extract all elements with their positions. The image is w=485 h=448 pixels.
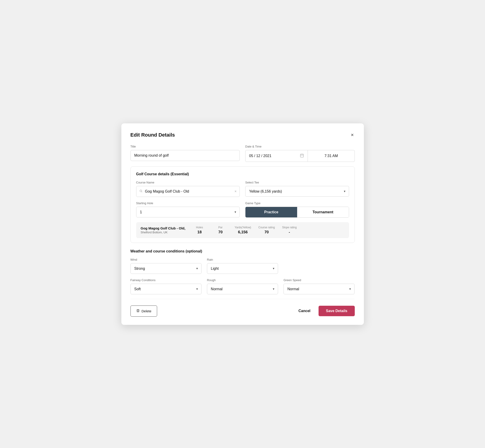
- rain-dropdown[interactable]: Light None Moderate Heavy: [207, 263, 278, 274]
- time-field[interactable]: 7:31 AM: [308, 150, 355, 162]
- slope-rating-label: Slope rating: [282, 226, 297, 229]
- wind-wrapper: Strong None Light Moderate ▾: [130, 263, 202, 274]
- svg-line-5: [141, 192, 142, 192]
- yards-value: 6,156: [234, 230, 251, 234]
- rough-label: Rough: [207, 278, 278, 282]
- golf-course-title: Golf Course details (Essential): [136, 172, 349, 176]
- yards-label: Yards(Yellow): [234, 226, 251, 229]
- course-rating-stat: Course rating 70: [259, 226, 275, 234]
- title-group: Title: [130, 145, 240, 162]
- time-value: 7:31 AM: [324, 154, 338, 158]
- slope-rating-stat: Slope rating -: [282, 226, 297, 234]
- date-field[interactable]: 05 / 12 / 2021: [245, 150, 308, 162]
- save-button[interactable]: Save Details: [319, 306, 355, 316]
- course-tee-row: Course Name × Select Tee Yellow (6,156 y…: [136, 181, 349, 197]
- par-stat: Par 70: [214, 226, 227, 234]
- date-value: 05 / 12 / 2021: [249, 154, 271, 158]
- rough-group: Rough Normal Light Heavy ▾: [207, 278, 278, 294]
- course-info-row: Gog Magog Golf Club - Old, Shelford Bott…: [136, 222, 349, 238]
- starting-hole-wrapper: 1 ▾: [136, 207, 240, 217]
- game-type-toggle: Practice Tournament: [245, 207, 349, 218]
- fairway-dropdown[interactable]: Soft Firm Normal Very Soft: [130, 284, 202, 294]
- footer-right: Cancel Save Details: [293, 306, 355, 316]
- fairway-group: Fairway Conditions Soft Firm Normal Very…: [130, 278, 202, 294]
- select-tee-wrapper: Yellow (6,156 yards) ▾: [245, 186, 349, 197]
- starting-hole-label: Starting Hole: [136, 201, 240, 205]
- course-info-name-block: Gog Magog Golf Club - Old, Shelford Bott…: [141, 226, 186, 234]
- wind-rain-row: Wind Strong None Light Moderate ▾ Rain L…: [130, 258, 355, 274]
- starting-hole-group: Starting Hole 1 ▾: [136, 201, 240, 218]
- course-rating-label: Course rating: [259, 226, 275, 229]
- course-name-group: Course Name ×: [136, 181, 240, 197]
- wind-dropdown[interactable]: Strong None Light Moderate: [130, 263, 202, 274]
- green-speed-dropdown[interactable]: Normal Slow Fast Very Fast: [283, 284, 355, 294]
- title-label: Title: [130, 145, 240, 148]
- green-speed-group: Green Speed Normal Slow Fast Very Fast ▾: [283, 278, 355, 294]
- edit-round-modal: Edit Round Details × Title Date & Time 0…: [121, 123, 364, 325]
- delete-label: Delete: [142, 309, 151, 313]
- course-rating-value: 70: [259, 230, 275, 234]
- course-info-location: Shelford Bottom, UK: [141, 231, 186, 234]
- search-icon: [139, 189, 143, 193]
- select-tee-dropdown[interactable]: Yellow (6,156 yards): [245, 186, 349, 197]
- modal-title: Edit Round Details: [130, 132, 175, 138]
- delete-button[interactable]: Delete: [130, 305, 157, 317]
- tournament-toggle-button[interactable]: Tournament: [297, 207, 349, 217]
- hole-gametype-row: Starting Hole 1 ▾ Game Type Practice Tou…: [136, 201, 349, 218]
- rain-wrapper: Light None Moderate Heavy ▾: [207, 263, 278, 274]
- datetime-group: Date & Time 05 / 12 / 2021 7:31 AM: [245, 145, 355, 162]
- green-speed-wrapper: Normal Slow Fast Very Fast ▾: [283, 284, 355, 294]
- fairway-label: Fairway Conditions: [130, 278, 202, 282]
- starting-hole-dropdown[interactable]: 1: [136, 207, 240, 217]
- course-info-name: Gog Magog Golf Club - Old,: [141, 226, 186, 230]
- trash-icon: [136, 309, 140, 313]
- calendar-icon: [300, 153, 304, 159]
- golf-course-section: Golf Course details (Essential) Course N…: [130, 166, 355, 243]
- cancel-button[interactable]: Cancel: [293, 306, 316, 316]
- select-tee-label: Select Tee: [245, 181, 349, 184]
- holes-label: Holes: [193, 226, 206, 229]
- title-datetime-row: Title Date & Time 05 / 12 / 2021 7:31 AM: [130, 145, 355, 162]
- slope-rating-value: -: [282, 230, 297, 234]
- wind-label: Wind: [130, 258, 202, 261]
- footer-row: Delete Cancel Save Details: [130, 305, 355, 317]
- green-speed-label: Green Speed: [283, 278, 355, 282]
- game-type-label: Game Type: [245, 201, 349, 205]
- wind-group: Wind Strong None Light Moderate ▾: [130, 258, 202, 274]
- close-button[interactable]: ×: [350, 132, 355, 138]
- svg-point-4: [140, 190, 142, 192]
- game-type-group: Game Type Practice Tournament: [245, 201, 349, 218]
- holes-value: 18: [193, 230, 206, 234]
- title-input[interactable]: [130, 150, 240, 161]
- rough-wrapper: Normal Light Heavy ▾: [207, 284, 278, 294]
- select-tee-group: Select Tee Yellow (6,156 yards) ▾: [245, 181, 349, 197]
- par-value: 70: [214, 230, 227, 234]
- weather-section-title: Weather and course conditions (optional): [130, 249, 355, 253]
- rough-dropdown[interactable]: Normal Light Heavy: [207, 284, 278, 294]
- rain-group: Rain Light None Moderate Heavy ▾: [207, 258, 278, 274]
- fairway-wrapper: Soft Firm Normal Very Soft ▾: [130, 284, 202, 294]
- footer-divider: [130, 299, 355, 299]
- weather-section: Weather and course conditions (optional)…: [130, 249, 355, 294]
- fairway-rough-green-row: Fairway Conditions Soft Firm Normal Very…: [130, 278, 355, 294]
- clear-course-icon[interactable]: ×: [234, 189, 237, 193]
- datetime-label: Date & Time: [245, 145, 355, 148]
- rain-label: Rain: [207, 258, 278, 261]
- course-name-input[interactable]: [136, 186, 240, 197]
- practice-toggle-button[interactable]: Practice: [245, 207, 297, 217]
- holes-stat: Holes 18: [193, 226, 206, 234]
- svg-rect-0: [300, 154, 304, 157]
- yards-stat: Yards(Yellow) 6,156: [234, 226, 251, 234]
- par-label: Par: [214, 226, 227, 229]
- modal-header: Edit Round Details ×: [130, 132, 355, 138]
- course-name-search-wrapper: ×: [136, 186, 240, 197]
- date-time-group: 05 / 12 / 2021 7:31 AM: [245, 150, 355, 162]
- course-name-label: Course Name: [136, 181, 240, 184]
